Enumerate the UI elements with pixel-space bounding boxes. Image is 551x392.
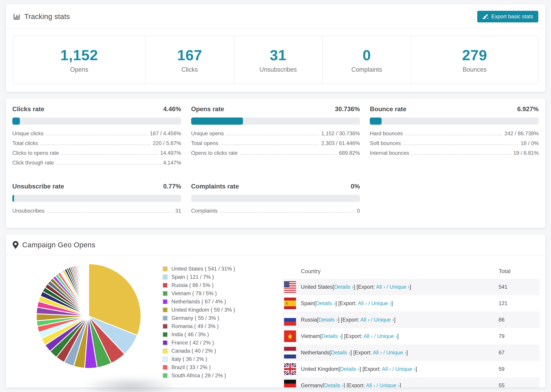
- rate-detail-row: Unique clicks167 / 4.456%: [12, 131, 181, 140]
- export-unique-link[interactable]: Unique ›: [396, 366, 416, 372]
- dotted-leader: [220, 212, 354, 213]
- progress-bar-fill: [191, 118, 243, 125]
- progress-bar-fill: [12, 118, 20, 125]
- details-link[interactable]: Details ›: [316, 300, 335, 306]
- rate-detail-value: 18 / 0%: [521, 140, 539, 147]
- vn-flag-icon: [284, 330, 296, 342]
- opens-rate-rows: Unique opens1,152 / 30.736%Total opens2,…: [191, 131, 360, 160]
- export-all-link[interactable]: All ›: [366, 382, 375, 388]
- total-cell: 67: [499, 350, 540, 356]
- total-cell: 86: [499, 317, 540, 323]
- bounce-rate-rows: Hard bounces242 / 86.738%Soft bounces18 …: [370, 131, 539, 160]
- pie-slice: [88, 264, 89, 316]
- rate-detail-label: Unique opens: [191, 131, 224, 137]
- rate-detail-row: Soft bounces18 / 0%: [370, 140, 539, 150]
- export-all-link[interactable]: All ›: [363, 333, 373, 339]
- legend-item: United States ( 541 / 31% ): [162, 266, 258, 272]
- details-link[interactable]: Details ›: [322, 333, 341, 339]
- stat-bounces-value: 279: [462, 47, 487, 64]
- bar-chart-icon: [13, 13, 21, 21]
- rate-detail-label: Complaints: [191, 208, 218, 214]
- country-links: [Details ›] [Export: All › / Unique ›]: [314, 300, 393, 307]
- export-all-link[interactable]: All ›: [358, 300, 367, 306]
- clicks-rate-panel: Clicks rate 4.46% Unique clicks167 / 4.4…: [12, 105, 181, 169]
- legend-item: Brazil ( 33 / 2% ): [162, 364, 258, 371]
- stat-opens: 1,152 Opens: [13, 36, 146, 84]
- legend-swatch: [162, 340, 168, 345]
- geo-opens-title-text: Campaign Geo Opens: [22, 241, 95, 249]
- legend-swatch: [162, 332, 168, 337]
- rate-detail-label: Total opens: [191, 140, 218, 147]
- country-links: [Details ›] [Export: All › / Unique ›]: [339, 366, 417, 372]
- country-cell: United Kingdom [Details ›] [Export: All …: [284, 363, 499, 375]
- clicks-rate-rows: Unique clicks167 / 4.456%Total clicks220…: [12, 131, 181, 169]
- complaints-rate-panel: Complaints rate 0% Complaints0: [191, 183, 360, 217]
- complaints-rate-bar: [191, 195, 360, 202]
- rate-detail-label: Unsubscribes: [12, 208, 44, 214]
- dotted-leader: [61, 154, 158, 155]
- opens-rate-bar: [191, 118, 360, 125]
- complaints-rate-title: Complaints rate: [191, 183, 239, 190]
- stat-opens-value: 1,152: [60, 47, 98, 64]
- rate-detail-label: Clicks to opens rate: [12, 150, 59, 156]
- legend-item: Romania ( 49 / 3% ): [162, 323, 258, 329]
- nl-flag-icon: [284, 347, 296, 358]
- country-links: [Details ›] [Export: All › / Unique ›]: [320, 333, 399, 339]
- stat-complaints-value: 0: [363, 47, 371, 64]
- export-all-link[interactable]: All ›: [373, 350, 382, 356]
- progress-bar-fill: [370, 118, 381, 125]
- export-unique-link[interactable]: Unique ›: [390, 284, 410, 290]
- link-separator: /: [375, 382, 380, 388]
- details-link[interactable]: Details ›: [334, 284, 354, 290]
- legend-swatch: [162, 307, 168, 313]
- country-name: Russia: [301, 317, 317, 323]
- export-button-label: Export basic stats: [491, 14, 533, 20]
- legend-label: Netherlands ( 67 / 4% ): [171, 299, 226, 305]
- export-all-link[interactable]: All ›: [376, 284, 385, 290]
- details-link[interactable]: Details ›: [340, 366, 360, 372]
- export-basic-stats-button[interactable]: Export basic stats: [477, 11, 538, 22]
- export-unique-link[interactable]: Unique ›: [377, 333, 397, 339]
- export-unique-link[interactable]: Unique ›: [374, 317, 394, 323]
- export-all-link[interactable]: All ›: [382, 366, 391, 372]
- legend-label: Germany ( 55 / 3% ): [171, 315, 219, 321]
- legend-label: Russia ( 86 / 5% ): [171, 282, 213, 288]
- complaints-rate-rows: Complaints0: [191, 208, 360, 217]
- dotted-leader: [40, 145, 150, 145]
- details-link[interactable]: Details ›: [318, 317, 338, 323]
- rate-detail-value: 1,152 / 30.736%: [321, 131, 360, 137]
- legend-item: United Kingdom ( 59 / 3% ): [162, 307, 258, 313]
- opens-rate-value: 30.736%: [335, 105, 360, 113]
- total-cell: 79: [499, 333, 540, 339]
- legend-item: Netherlands ( 67 / 4% ): [162, 299, 258, 305]
- rate-detail-label: Opens to clicks rate: [191, 150, 238, 156]
- legend-swatch: [162, 274, 168, 280]
- details-link[interactable]: Details ›: [331, 350, 350, 356]
- clicks-rate-value: 4.46%: [163, 105, 181, 113]
- rate-detail-row: Hard bounces242 / 86.738%: [370, 131, 539, 140]
- legend-label: South Africa ( 29 / 2% ): [171, 372, 226, 379]
- export-unique-link[interactable]: Unique ›: [386, 350, 406, 356]
- country-cell: Netherlands [Details ›] [Export: All › /…: [284, 347, 499, 358]
- export-unique-link[interactable]: Unique ›: [380, 382, 400, 388]
- rate-detail-value: 220 / 5.87%: [153, 140, 181, 147]
- details-link[interactable]: Details ›: [324, 382, 344, 388]
- rate-detail-row: Internal bounces19 / 6.81%: [370, 150, 539, 160]
- rate-detail-value: 2,303 / 61.446%: [321, 140, 360, 147]
- geo-opens-card: Campaign Geo Opens United States ( 541 /…: [6, 234, 545, 388]
- country-name: Netherlands: [301, 350, 329, 356]
- export-unique-link[interactable]: Unique ›: [371, 300, 391, 306]
- legend-label: Canada ( 40 / 2% ): [171, 348, 216, 354]
- legend-item: Spain ( 121 / 7% ): [162, 274, 258, 280]
- clicks-rate-bar: [12, 118, 181, 125]
- total-cell: 541: [499, 284, 540, 290]
- export-all-link[interactable]: All ›: [360, 317, 369, 323]
- dotted-leader: [405, 135, 502, 135]
- legend-item: Vietnam ( 79 / 5% ): [162, 290, 258, 297]
- country-cell: Spain [Details ›] [Export: All › / Uniqu…: [284, 298, 499, 309]
- rate-detail-row: Opens to clicks rate689.82%: [191, 150, 360, 160]
- stat-bounces: 279 Bounces: [411, 36, 538, 84]
- legend-swatch: [162, 283, 168, 288]
- legend-swatch: [162, 291, 168, 296]
- stat-complaints-label: Complaints: [351, 66, 382, 73]
